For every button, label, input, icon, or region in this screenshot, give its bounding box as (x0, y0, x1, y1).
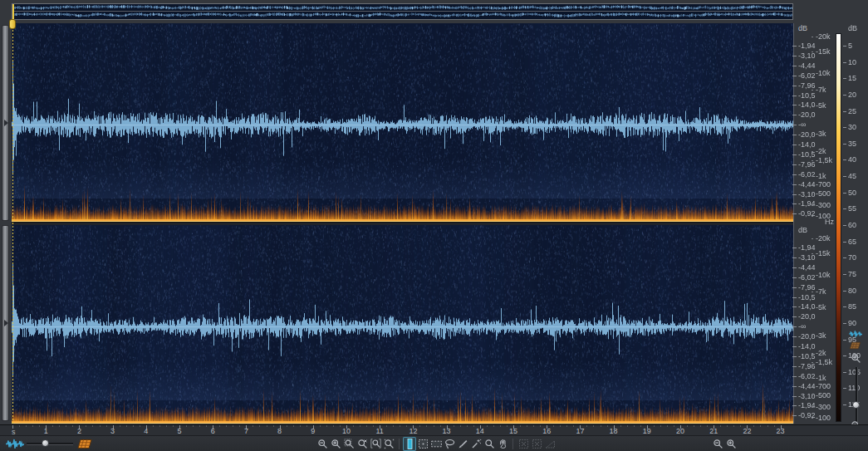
timeline-minor-tick (573, 425, 574, 427)
playhead-handle[interactable] (9, 19, 16, 29)
zoom-out-button[interactable] (316, 437, 329, 451)
magnifier-minus-icon (713, 439, 723, 449)
vertical-zoom-slider[interactable] (856, 367, 858, 422)
timeline-minor-tick (366, 425, 367, 427)
timeline-minor-tick (400, 425, 400, 427)
colorbar-tick (843, 193, 846, 194)
timeline-minor-tick (39, 425, 40, 427)
zoom-reset-button[interactable] (356, 437, 369, 451)
timeline-minor-tick (733, 425, 734, 427)
frequency-tick-label: -3k (816, 332, 826, 340)
timeline-minor-tick (634, 425, 635, 427)
timeline-minor-tick (540, 425, 541, 427)
amplitude-ruler-unit: dB (798, 227, 807, 234)
spectrogram-view-button[interactable] (78, 437, 91, 451)
blend-slider-thumb[interactable] (42, 439, 49, 447)
timeline-minor-tick (601, 425, 601, 427)
horizontal-zoom-out-button[interactable] (711, 437, 724, 451)
tool-buttons (316, 436, 557, 451)
zoom-vertical-button[interactable] (382, 437, 395, 451)
zoom-horizontal-button[interactable] (369, 437, 382, 451)
overview-playhead[interactable] (12, 4, 14, 19)
zoom-in-button[interactable] (329, 437, 342, 451)
waveform-view-button[interactable] (8, 437, 22, 451)
spectrogram-colorbar[interactable] (836, 33, 841, 422)
timeline-minor-tick (774, 425, 775, 427)
vertical-scrollbar-channel-2[interactable] (2, 225, 9, 421)
frequency-tick (812, 134, 813, 135)
zero-line-arrow-icon (4, 120, 8, 126)
amplitude-tick (792, 46, 797, 47)
frequency-tick-label: -2k (816, 350, 826, 357)
colorbar-tick (843, 111, 846, 112)
magnifier-region-icon (344, 439, 355, 449)
waveform-spectrogram-blend-slider[interactable] (27, 443, 73, 445)
overview-channel-2[interactable] (12, 12, 792, 18)
overview-channel-1[interactable] (12, 4, 792, 12)
vertical-zoom-in-button[interactable] (851, 353, 861, 364)
timeline-minor-tick (333, 425, 334, 427)
waveform-overview[interactable] (12, 3, 793, 20)
grab-tool[interactable] (496, 437, 509, 451)
timeline-second-label: 10 (342, 428, 351, 435)
timeline-minor-tick (467, 425, 468, 427)
spectrogram-waveform-channel-1[interactable] (12, 23, 793, 222)
amplitude-tick (792, 287, 797, 288)
spectrogram-icon (77, 439, 92, 449)
timeline-minor-tick (306, 425, 307, 427)
amplitude-tick-label: -3,10 (798, 393, 816, 400)
amplitude-tick (792, 86, 797, 86)
frequency-ruler-unit: Hz (825, 218, 834, 226)
timeline-second-label: 9 (311, 428, 315, 435)
playhead-line[interactable] (12, 23, 13, 424)
timeline-minor-tick (186, 425, 187, 427)
magic-wand-tool[interactable] (469, 437, 483, 451)
view-blend-controls (8, 436, 91, 451)
waveform-scale-button[interactable] (849, 330, 862, 338)
spectrogram-waveform-channel-2[interactable] (12, 225, 793, 424)
zoom-to-selection-button[interactable] (342, 437, 356, 451)
zoom-tool[interactable] (483, 437, 496, 451)
time-selection-tool[interactable] (403, 437, 416, 451)
frequency-tick-label: -20k (816, 33, 831, 41)
timeline-minor-tick (667, 425, 668, 427)
amplitude-tick-label: -1,94 (798, 42, 816, 50)
colorbar-tick-label: 20 (848, 91, 856, 99)
lasso-selection-tool[interactable] (443, 437, 456, 451)
timeline-minor-tick (326, 425, 327, 427)
colorbar-tick (843, 404, 846, 405)
horizontal-zoom-in-button[interactable] (724, 437, 738, 451)
amplitude-tick (792, 376, 797, 377)
time-ruler[interactable]: s 1234567891011121314151617181920212223 (0, 424, 868, 435)
frequency-tick (812, 51, 813, 52)
vertical-zoom-slider-thumb[interactable] (852, 401, 860, 409)
time-frequency-selection-tool[interactable] (416, 437, 429, 451)
amplitude-tick (792, 213, 797, 214)
frequency-tick-label: -10k (816, 272, 831, 279)
amplitude-tick (792, 316, 797, 317)
frequency-tick (812, 362, 813, 363)
amplitude-tick (792, 306, 797, 307)
frequency-tick-label: -5k (816, 304, 826, 311)
brush-selection-tool[interactable] (456, 437, 469, 451)
spectrogram-scale-button[interactable] (849, 341, 861, 350)
amplitude-tick-label: -20,0 (798, 111, 816, 119)
colorbar-tick-label: 40 (848, 156, 856, 164)
timeline-minor-tick (19, 425, 20, 427)
frequency-tick (812, 184, 813, 185)
ramp-tool-disabled[interactable] (543, 437, 557, 451)
amplitude-tick-label: -14,0 (798, 141, 816, 149)
frequency-tick-label: -100 (816, 414, 831, 422)
colorbar-tick (843, 257, 846, 258)
timeline-second-label: 8 (277, 428, 282, 435)
timeline-minor-tick (707, 425, 708, 427)
timeline-minor-tick (300, 425, 301, 427)
vertical-scrollbar-channel-1[interactable] (2, 25, 9, 221)
timeline-second-label: 14 (476, 428, 484, 435)
timeline-minor-tick (700, 425, 701, 427)
timeline-minor-tick (493, 425, 494, 427)
timeline-minor-tick (419, 425, 420, 427)
marquee-tool-disabled-1[interactable] (517, 437, 530, 451)
marquee-tool-disabled-2[interactable] (530, 437, 543, 451)
frequency-selection-tool[interactable] (429, 437, 443, 451)
